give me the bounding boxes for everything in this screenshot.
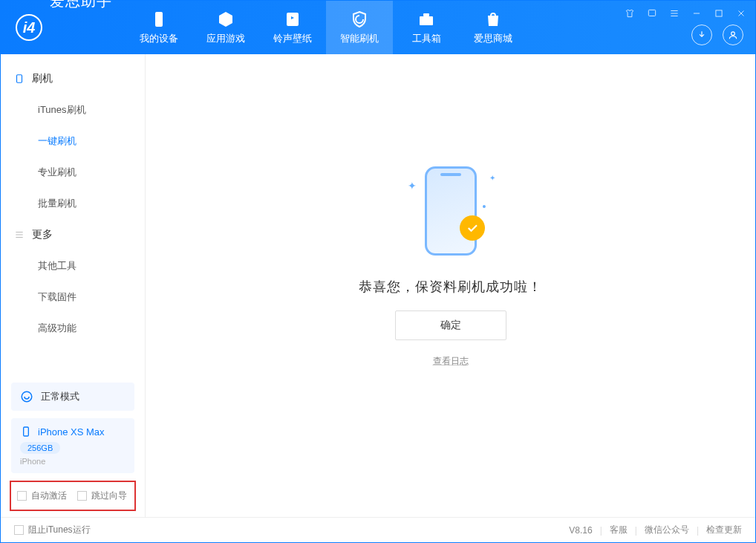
app-name: 爱思助手 [50,0,112,53]
svg-point-6 [731,32,735,36]
sidebar-item-batch-flash[interactable]: 批量刷机 [1,188,145,219]
nav-smart-flash[interactable]: 智能刷机 [326,1,393,54]
main-content: ✦ ✦ • 恭喜您，保资料刷机成功啦！ 确定 查看日志 [146,54,755,517]
sidebar-group-more: 更多 [1,219,145,250]
minimize-button[interactable] [690,7,703,20]
sidebar-item-firmware[interactable]: 下载固件 [1,282,145,313]
nav-ringtones[interactable]: 铃声壁纸 [259,1,326,54]
user-icon[interactable] [723,25,743,45]
highlighted-options: 自动激活 跳过向导 [10,481,136,511]
svg-rect-0 [155,12,163,27]
device-panel: 正常模式 iPhone XS Max 256GB iPhone [1,375,145,481]
svg-rect-4 [648,10,655,16]
device-capacity: 256GB [20,442,60,454]
mode-label: 正常模式 [41,390,79,403]
sidebar: 刷机 iTunes刷机 一键刷机 专业刷机 批量刷机 更多 其他工具 下载固件 … [1,54,146,517]
device-type: iPhone [20,457,126,466]
sidebar-item-pro-flash[interactable]: 专业刷机 [1,157,145,188]
check-badge-icon [460,215,485,241]
svg-rect-5 [716,10,722,16]
phone-icon [149,10,169,29]
checkbox-icon [17,491,27,501]
device-icon [14,74,25,84]
phone-graphic [425,166,477,256]
sidebar-group-flash: 刷机 [1,63,145,94]
close-button[interactable] [734,7,748,20]
success-illustration: ✦ ✦ • [399,159,503,263]
checkbox-icon [14,525,24,535]
svg-rect-2 [420,16,433,25]
top-nav: 我的设备 应用游戏 铃声壁纸 智能刷机 工具箱 爱思商城 [126,1,527,54]
view-log-link[interactable]: 查看日志 [433,355,469,368]
sparkle-icon: ✦ [489,174,495,182]
svg-rect-9 [24,427,29,436]
toolbox-icon [417,10,436,29]
svg-rect-7 [17,75,22,83]
menu-icon[interactable] [668,7,681,20]
list-icon [14,230,25,240]
music-icon [283,10,302,29]
footer-support-link[interactable]: 客服 [610,524,628,536]
checkbox-block-itunes[interactable]: 阻止iTunes运行 [14,524,91,536]
maximize-button[interactable] [712,7,726,20]
phone-small-icon [20,426,32,438]
success-message: 恭喜您，保资料刷机成功啦！ [359,278,542,296]
download-icon[interactable] [691,25,712,45]
bag-icon [483,10,503,29]
cube-icon [216,10,235,29]
app-window: i4 爱思助手 www.i4.cn 我的设备 应用游戏 铃声壁纸 智能刷机 [0,0,756,543]
svg-rect-3 [423,13,429,16]
version-label: V8.16 [569,525,592,536]
ok-button[interactable]: 确定 [395,310,506,340]
feedback-icon[interactable] [645,7,659,20]
sidebar-item-other-tools[interactable]: 其他工具 [1,250,145,282]
titlebar-account-icons [691,25,743,45]
svg-point-8 [22,391,32,402]
sparkle-icon: ✦ [408,180,417,192]
nav-toolbox[interactable]: 工具箱 [393,1,460,54]
shield-refresh-icon [350,10,369,29]
device-name: iPhone XS Max [38,426,105,438]
footer-wechat-link[interactable]: 微信公众号 [645,524,689,536]
svg-rect-1 [287,13,299,26]
checkbox-icon [77,491,87,501]
sparkle-icon: • [483,201,486,212]
app-url: www.i4.cn [50,53,112,62]
sidebar-item-advanced[interactable]: 高级功能 [1,313,145,344]
footer: 阻止iTunes运行 V8.16 | 客服 | 微信公众号 | 检查更新 [1,517,755,542]
titlebar: i4 爱思助手 www.i4.cn 我的设备 应用游戏 铃声壁纸 智能刷机 [1,1,755,54]
checkbox-auto-activate[interactable]: 自动激活 [17,490,67,502]
tshirt-icon[interactable] [623,7,636,20]
window-controls [623,7,748,20]
body: 刷机 iTunes刷机 一键刷机 专业刷机 批量刷机 更多 其他工具 下载固件 … [1,54,755,517]
checkbox-skip-setup[interactable]: 跳过向导 [77,490,127,502]
nav-apps-games[interactable]: 应用游戏 [192,1,259,54]
sidebar-item-oneclick-flash[interactable]: 一键刷机 [1,126,145,157]
nav-my-device[interactable]: 我的设备 [126,1,192,54]
nav-store[interactable]: 爱思商城 [460,1,527,54]
footer-update-link[interactable]: 检查更新 [706,524,742,536]
device-card[interactable]: iPhone XS Max 256GB iPhone [11,418,134,473]
refresh-icon [20,390,33,403]
logo[interactable]: i4 爱思助手 www.i4.cn [1,0,126,62]
logo-icon: i4 [16,14,42,41]
device-mode-card[interactable]: 正常模式 [11,383,134,411]
sidebar-item-itunes-flash[interactable]: iTunes刷机 [1,94,145,126]
